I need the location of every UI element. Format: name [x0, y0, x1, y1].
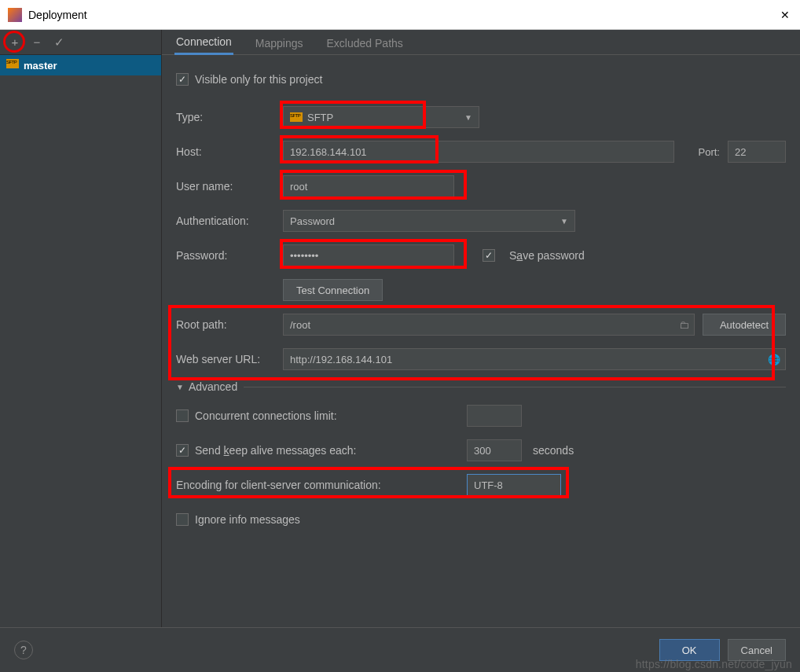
host-value: 192.168.144.101: [290, 146, 367, 158]
ignore-info-checkbox[interactable]: [176, 513, 189, 526]
host-input[interactable]: 192.168.144.101: [283, 141, 674, 163]
advanced-toggle[interactable]: ▼ Advanced: [176, 380, 786, 393]
keepalive-value: 300: [474, 445, 491, 457]
sftp-icon: [290, 112, 303, 122]
save-password-label: Save password: [509, 249, 585, 262]
window-close-button[interactable]: ✕: [775, 5, 795, 25]
encoding-input[interactable]: UTF-8: [467, 474, 561, 496]
folder-icon[interactable]: 🗀: [679, 319, 689, 331]
host-label: Host:: [176, 145, 283, 158]
sidebar-toolbar: + − ✓: [0, 30, 161, 55]
root-path-input[interactable]: /root 🗀: [283, 314, 695, 336]
password-label: Password:: [176, 249, 283, 262]
password-value: ••••••••: [290, 250, 318, 262]
port-input[interactable]: 22: [728, 141, 786, 163]
type-select[interactable]: SFTP ▼: [283, 106, 479, 128]
type-label: Type:: [176, 111, 283, 123]
port-value: 22: [735, 146, 746, 158]
encoding-value: UTF-8: [474, 479, 503, 491]
tab-connection[interactable]: Connection: [174, 31, 233, 55]
port-label: Port:: [682, 146, 720, 158]
server-item-label: master: [24, 60, 57, 72]
visible-only-checkbox[interactable]: [176, 73, 189, 86]
concurrent-label: Concurrent connections limit:: [195, 409, 391, 422]
chevron-down-icon: ▼: [464, 113, 472, 122]
concurrent-checkbox[interactable]: [176, 409, 189, 422]
ok-label: OK: [682, 644, 697, 656]
tab-mappings[interactable]: Mappings: [254, 32, 305, 54]
type-value: SFTP: [307, 112, 333, 123]
server-list-sidebar: + − ✓ master: [0, 30, 162, 627]
encoding-label: Encoding for client-server communication…: [176, 479, 448, 491]
window-title: Deployment: [28, 9, 87, 21]
save-password-checkbox[interactable]: [483, 249, 495, 262]
right-pane: Connection Mappings Excluded Paths Visib…: [162, 30, 800, 627]
test-connection-label: Test Connection: [296, 285, 369, 296]
globe-icon[interactable]: 🌐: [768, 354, 780, 365]
web-url-label: Web server URL:: [176, 353, 283, 365]
auth-select[interactable]: Password ▼: [283, 210, 575, 232]
connection-form: Visible only for this project Type: SFTP…: [162, 55, 800, 550]
sftp-icon: [6, 59, 19, 72]
autodetect-button[interactable]: Autodetect: [703, 314, 786, 336]
advanced-label: Advanced: [189, 380, 237, 393]
keepalive-label: Send keep alive messages each:: [195, 444, 391, 457]
web-url-value: http://192.168.144.101: [290, 354, 392, 365]
visible-only-label: Visible only for this project: [195, 73, 322, 86]
tab-bar: Connection Mappings Excluded Paths: [162, 30, 800, 55]
user-input[interactable]: root: [283, 175, 454, 197]
keepalive-checkbox[interactable]: [176, 444, 189, 457]
seconds-label: seconds: [533, 444, 574, 457]
password-input[interactable]: ••••••••: [283, 244, 454, 266]
root-path-value: /root: [290, 319, 310, 331]
user-label: User name:: [176, 180, 283, 193]
apply-icon[interactable]: ✓: [52, 35, 66, 50]
divider: [244, 387, 786, 387]
user-value: root: [290, 181, 307, 193]
cancel-label: Cancel: [741, 644, 772, 656]
test-connection-button[interactable]: Test Connection: [283, 279, 383, 301]
autodetect-label: Autodetect: [720, 319, 769, 331]
server-item-master[interactable]: master: [0, 55, 161, 75]
watermark-text: https://blog.csdn.net/code_jyun: [636, 658, 792, 670]
concurrent-input[interactable]: [467, 405, 522, 427]
ignore-info-label: Ignore info messages: [195, 513, 300, 526]
help-button[interactable]: ?: [14, 641, 33, 659]
chevron-down-icon: ▼: [560, 217, 568, 226]
expand-icon: ▼: [176, 383, 184, 391]
remove-server-icon[interactable]: −: [30, 35, 44, 50]
auth-value: Password: [290, 215, 335, 227]
auth-label: Authentication:: [176, 215, 283, 227]
app-icon: [8, 8, 22, 22]
keepalive-input[interactable]: 300: [467, 439, 522, 461]
web-url-input[interactable]: http://192.168.144.101 🌐: [283, 348, 786, 370]
tab-excluded-paths[interactable]: Excluded Paths: [325, 32, 405, 54]
root-path-label: Root path:: [176, 318, 283, 331]
add-server-icon[interactable]: +: [8, 35, 22, 50]
window-titlebar: Deployment ✕: [0, 0, 800, 30]
